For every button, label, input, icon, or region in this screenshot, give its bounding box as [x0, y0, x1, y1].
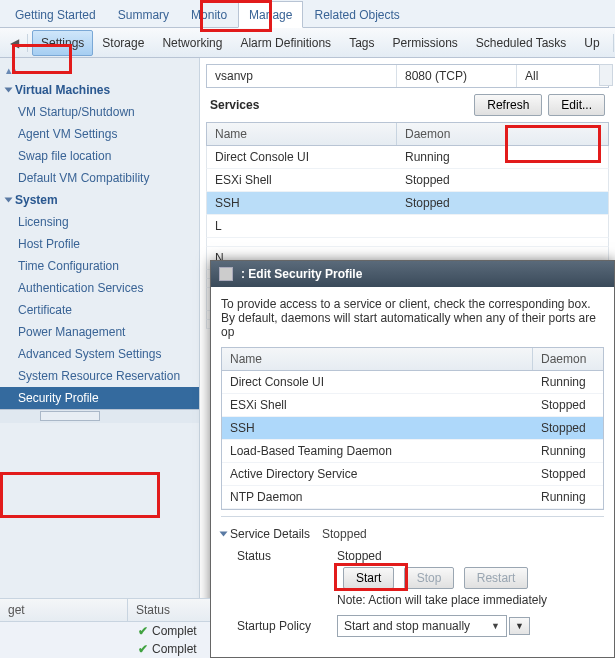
dlg-service-name: Load-Based Teaming Daemon: [222, 440, 533, 462]
dialog-service-row[interactable]: Direct Console UIRunning: [222, 371, 603, 394]
tabs-prev-icon[interactable]: ◀: [6, 34, 23, 52]
edit-security-profile-dialog: : Edit Security Profile To provide acces…: [210, 260, 615, 658]
task-row[interactable]: ✔Complet: [0, 640, 210, 658]
tab-networking[interactable]: Networking: [153, 30, 231, 56]
service-daemon: Running: [397, 146, 608, 168]
details-header: Service Details: [230, 527, 310, 541]
stop-button: Stop: [404, 567, 455, 589]
service-daemon: [397, 215, 608, 237]
sidebar-item-advanced-settings[interactable]: Advanced System Settings: [0, 343, 199, 365]
startup-policy-value: Start and stop manually: [344, 619, 470, 633]
service-row[interactable]: [206, 238, 609, 247]
col-daemon: Daemon: [397, 123, 608, 145]
sidebar-item-vm-startup[interactable]: VM Startup/Shutdown: [0, 101, 199, 123]
sidebar-group-virtual-machines[interactable]: Virtual Machines: [0, 79, 199, 101]
tab-up[interactable]: Up: [575, 30, 608, 56]
primary-tabs: Getting Started Summary Monito Manage Re…: [0, 0, 615, 28]
sidebar-item-security-profile[interactable]: Security Profile: [0, 387, 199, 409]
dlg-col-name: Name: [222, 348, 533, 370]
dlg-service-daemon: Stopped: [533, 394, 603, 416]
sidebar-item-certificate[interactable]: Certificate: [0, 299, 199, 321]
service-daemon: Stopped: [397, 192, 608, 214]
dialog-service-list: Name Daemon Direct Console UIRunningESXi…: [221, 347, 604, 510]
dialog-title-text: : Edit Security Profile: [241, 267, 362, 281]
tab-getting-started[interactable]: Getting Started: [4, 1, 107, 27]
tab-summary[interactable]: Summary: [107, 1, 180, 27]
tab-monitor[interactable]: Monito: [180, 1, 238, 27]
tasks-col-status: Status: [128, 599, 178, 621]
firewall-name: vsanvp: [207, 65, 397, 87]
dlg-service-daemon: Stopped: [533, 417, 603, 439]
sidebar-scroll-up-icon[interactable]: ▴▴: [0, 64, 199, 79]
dialog-service-row[interactable]: Active Directory ServiceStopped: [222, 463, 603, 486]
task-status: Complet: [152, 642, 197, 656]
startup-policy-select[interactable]: Start and stop manually▼: [337, 615, 507, 637]
check-icon: ✔: [138, 642, 148, 656]
services-header: Name Daemon: [206, 122, 609, 146]
tasks-col-target: get: [0, 599, 128, 621]
dlg-service-daemon: Running: [533, 486, 603, 508]
sidebar-group-system[interactable]: System: [0, 189, 199, 211]
col-name: Name: [207, 123, 397, 145]
dlg-service-name: NTP Daemon: [222, 486, 533, 508]
service-row[interactable]: L: [206, 215, 609, 238]
dialog-service-row[interactable]: ESXi ShellStopped: [222, 394, 603, 417]
service-name: [207, 238, 397, 246]
check-icon: ✔: [138, 624, 148, 638]
service-row[interactable]: ESXi ShellStopped: [206, 169, 609, 192]
dialog-desc-2: By default, daemons will start automatic…: [221, 311, 604, 339]
tab-related-objects[interactable]: Related Objects: [303, 1, 410, 27]
dialog-titlebar[interactable]: : Edit Security Profile: [211, 261, 614, 287]
task-status: Complet: [152, 624, 197, 638]
sidebar-item-power-mgmt[interactable]: Power Management: [0, 321, 199, 343]
service-row[interactable]: SSHStopped: [206, 192, 609, 215]
firewall-scrollbar[interactable]: [599, 64, 613, 86]
sidebar-item-default-vm-compat[interactable]: Default VM Compatibility: [0, 167, 199, 189]
refresh-button[interactable]: Refresh: [474, 94, 542, 116]
tab-manage[interactable]: Manage: [238, 1, 303, 28]
edit-button[interactable]: Edit...: [548, 94, 605, 116]
dialog-service-row[interactable]: Load-Based Teaming DaemonRunning: [222, 440, 603, 463]
service-name: SSH: [207, 192, 397, 214]
startup-policy-more[interactable]: ▼: [509, 617, 530, 635]
status-label: Status: [237, 549, 337, 563]
tab-alarm-definitions[interactable]: Alarm Definitions: [231, 30, 340, 56]
service-name: L: [207, 215, 397, 237]
tab-settings[interactable]: Settings: [32, 30, 93, 56]
chevron-down-icon: ▼: [491, 621, 500, 631]
task-row[interactable]: ✔Complet: [0, 622, 210, 640]
tab-tags[interactable]: Tags: [340, 30, 383, 56]
sidebar-item-auth-services[interactable]: Authentication Services: [0, 277, 199, 299]
sidebar-item-resource-reservation[interactable]: System Resource Reservation: [0, 365, 199, 387]
sidebar-item-agent-vm[interactable]: Agent VM Settings: [0, 123, 199, 145]
dlg-service-daemon: Running: [533, 440, 603, 462]
dlg-service-name: Active Directory Service: [222, 463, 533, 485]
firewall-port: 8080 (TCP): [397, 65, 517, 87]
sidebar-item-time-config[interactable]: Time Configuration: [0, 255, 199, 277]
restart-button: Restart: [464, 567, 529, 589]
dlg-service-name: SSH: [222, 417, 533, 439]
service-row[interactable]: Direct Console UIRunning: [206, 146, 609, 169]
dlg-col-daemon: Daemon: [533, 348, 603, 370]
sidebar-scrollbar[interactable]: [0, 409, 199, 423]
dlg-service-name: ESXi Shell: [222, 394, 533, 416]
secondary-tabs: ◀ Settings Storage Networking Alarm Defi…: [0, 28, 615, 58]
sidebar-group-label: Virtual Machines: [15, 83, 110, 97]
tab-storage[interactable]: Storage: [93, 30, 153, 56]
service-daemon: Stopped: [397, 169, 608, 191]
service-details: Service DetailsStopped StatusStopped Sta…: [221, 516, 604, 641]
startup-policy-label: Startup Policy: [237, 619, 337, 633]
tab-permissions[interactable]: Permissions: [383, 30, 466, 56]
start-button[interactable]: Start: [343, 567, 394, 589]
settings-sidebar: ▴▴ Virtual Machines VM Startup/Shutdown …: [0, 58, 200, 658]
dialog-service-row[interactable]: NTP DaemonRunning: [222, 486, 603, 509]
sidebar-item-host-profile[interactable]: Host Profile: [0, 233, 199, 255]
status-value: Stopped: [337, 549, 382, 563]
sidebar-item-swap-file[interactable]: Swap file location: [0, 145, 199, 167]
scroll-thumb[interactable]: [40, 411, 100, 421]
tab-scheduled-tasks[interactable]: Scheduled Tasks: [467, 30, 576, 56]
sidebar-item-licensing[interactable]: Licensing: [0, 211, 199, 233]
dialog-service-row[interactable]: SSHStopped: [222, 417, 603, 440]
details-header-value: Stopped: [322, 527, 367, 541]
sidebar-group-label: System: [15, 193, 58, 207]
